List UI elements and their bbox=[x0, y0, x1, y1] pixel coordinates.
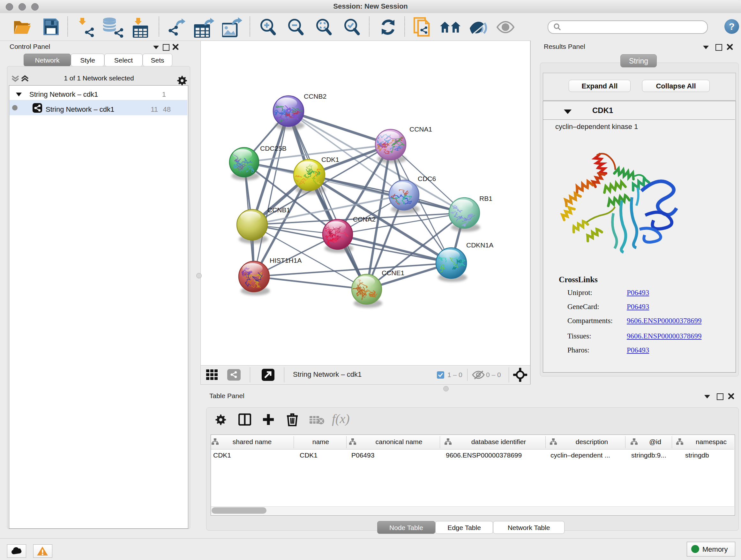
svg-text:CDK1: CDK1 bbox=[321, 156, 339, 163]
svg-text:CDC25B: CDC25B bbox=[260, 145, 286, 152]
svg-text:CDC6: CDC6 bbox=[418, 175, 436, 182]
svg-text:RB1: RB1 bbox=[479, 195, 492, 202]
svg-text:CCNA2: CCNA2 bbox=[353, 215, 376, 223]
svg-text:CDKN1A: CDKN1A bbox=[466, 241, 493, 249]
svg-text:CCNE1: CCNE1 bbox=[382, 269, 404, 276]
svg-text:HIST1H1A: HIST1H1A bbox=[270, 257, 301, 264]
svg-text:CCNA1: CCNA1 bbox=[409, 125, 432, 133]
svg-text:CCNB2: CCNB2 bbox=[304, 92, 327, 100]
svg-text:CCNB1: CCNB1 bbox=[267, 206, 290, 213]
